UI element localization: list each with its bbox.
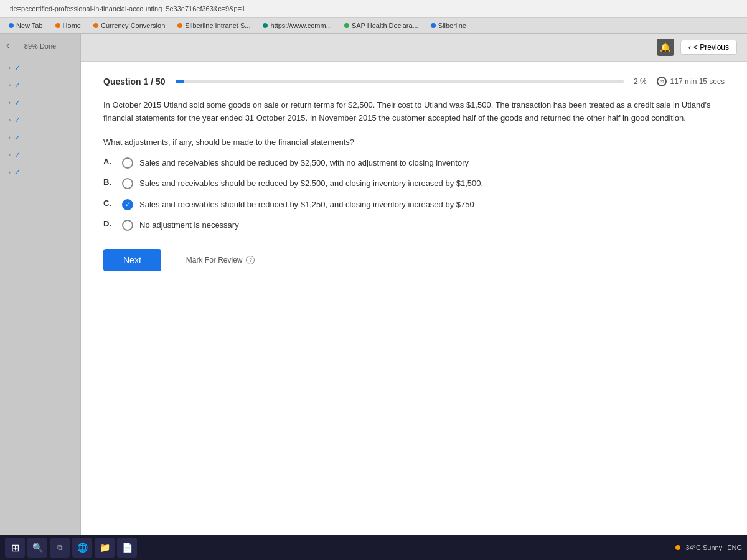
sidebar-item-3[interactable]: › ✓ [0,95,80,111]
option-d[interactable]: D. No adjustment is necessary [103,219,725,231]
mark-review-info-icon[interactable]: ? [246,256,255,264]
timer: ⏱ 117 min 15 secs [657,77,725,86]
option-b[interactable]: B. Sales and receivables should be reduc… [103,177,725,190]
option-text-d: No adjustment is necessary [139,219,725,231]
taskbar-status-dot [675,545,680,550]
chevron-icon-1: › [9,65,11,71]
options-list: A. Sales and receivables should be reduc… [103,157,725,231]
check-icon-1: ✓ [14,63,21,72]
previous-button[interactable]: ‹ < Previous [680,40,737,55]
sidebar-items-list: › ✓ › ✓ › ✓ › ✓ › ✓ › ✓ [0,60,80,180]
url-text: tle=pccertified-professional-in-financia… [6,4,249,14]
check-icon-6: ✓ [14,151,21,159]
option-text-c: Sales and receivables should be reduced … [139,198,725,211]
mark-review-label: Mark For Review [186,256,243,264]
tab-home[interactable]: Home [53,21,83,30]
taskbar-language: ENG [727,544,742,551]
tab-label-silberline-intranet: Silberline Intranet S... [185,22,250,29]
tab-currency[interactable]: Currency Conversion [91,21,167,30]
mark-review-checkbox[interactable] [174,256,182,264]
browser-icon: 🌐 [77,543,88,553]
sidebar-collapse-button[interactable]: ‹ [6,40,9,51]
tab-icon-silberline-intranet [177,23,182,28]
radio-a[interactable] [122,157,133,169]
progress-bar-container [176,80,624,83]
tab-https[interactable]: https://www.comm... [260,21,334,30]
notification-icon[interactable]: 🔔 [657,39,674,56]
sidebar-item-1[interactable]: › ✓ [0,60,80,76]
tab-icon-currency [93,23,98,28]
browser-url-bar: tle=pccertified-professional-in-financia… [0,0,747,18]
check-icon-3: ✓ [14,98,21,107]
taskbar: ⊞ 🔍 ⧉ 🌐 📁 📄 34°C Sunny ENG [0,535,747,560]
previous-button-label: < Previous [693,43,729,52]
action-bar: Next Mark For Review ? [103,249,725,271]
next-button[interactable]: Next [103,249,161,271]
taskbar-search-button[interactable]: 🔍 [27,538,47,558]
chevron-left-icon: ‹ [6,40,9,50]
option-label-b: B. [103,177,116,187]
taskbar-browser-icon[interactable]: 🌐 [72,538,92,558]
browser-tabs: New Tab Home Currency Conversion Silberl… [0,18,747,34]
option-label-c: C. [103,198,116,208]
check-icon-7: ✓ [14,168,21,177]
question-prompt: What adjustments, if any, should be made… [103,138,725,147]
sidebar-item-7[interactable]: › ✓ [0,164,80,180]
question-container: Question 1 / 50 2 % ⏱ 117 min 15 secs In… [81,62,747,539]
question-body: In October 2015 Utland sold some goods o… [103,99,725,125]
sidebar-item-2[interactable]: › ✓ [0,77,80,93]
tab-silberline[interactable]: Silberline [428,21,469,30]
content-topbar: 🔔 ‹ < Previous [81,34,747,62]
tab-label-silberline: Silberline [438,22,466,29]
content-area: 🔔 ‹ < Previous Question 1 / 50 2 % ⏱ 117… [81,34,747,558]
taskbar-pdf-icon[interactable]: 📄 [117,538,137,558]
chevron-icon-5: › [9,134,11,141]
option-a[interactable]: A. Sales and receivables should be reduc… [103,157,725,169]
radio-b[interactable] [122,178,133,189]
chevron-icon-2: › [9,82,11,88]
checkmark-icon: ✓ [125,200,131,208]
timer-icon: ⏱ [657,77,667,86]
tab-sap[interactable]: SAP Health Declara... [342,21,421,30]
tab-label-new-tab: New Tab [16,22,43,29]
option-c[interactable]: C. ✓ Sales and receivables should be red… [103,198,725,211]
chevron-left-icon-prev: ‹ [688,43,691,52]
tab-label-currency: Currency Conversion [101,22,165,29]
tab-icon-silberline [431,23,436,28]
sidebar: ‹ 89% Done › ✓ › ✓ › ✓ › ✓ › ✓ [0,34,81,558]
progress-bar-fill [176,80,184,83]
sidebar-item-5[interactable]: › ✓ [0,129,80,146]
option-label-a: A. [103,157,116,166]
tab-silberline-intranet[interactable]: Silberline Intranet S... [175,21,253,30]
radio-d[interactable] [122,220,133,231]
tab-label-https: https://www.comm... [270,22,331,29]
mark-for-review[interactable]: Mark For Review ? [174,256,255,264]
chevron-icon-4: › [9,117,11,123]
tab-icon-sap [344,23,349,28]
main-container: ‹ 89% Done › ✓ › ✓ › ✓ › ✓ › ✓ [0,34,747,558]
question-number: Question 1 / 50 [103,77,166,86]
taskbar-start-button[interactable]: ⊞ [5,538,25,558]
taskbar-file-icon[interactable]: 📁 [95,538,115,558]
check-icon-2: ✓ [14,81,21,90]
sidebar-item-6[interactable]: › ✓ [0,147,80,163]
taskbar-status: 34°C Sunny ENG [675,544,742,551]
option-text-a: Sales and receivables should be reduced … [139,157,725,169]
option-label-d: D. [103,219,116,228]
chevron-icon-6: › [9,152,11,158]
tab-label-sap: SAP Health Declara... [352,22,418,29]
taskbar-task-view[interactable]: ⧉ [50,538,70,558]
radio-c[interactable]: ✓ [122,199,133,210]
question-header: Question 1 / 50 2 % ⏱ 117 min 15 secs [103,77,725,86]
tab-new-tab[interactable]: New Tab [6,21,45,30]
option-text-b: Sales and receivables should be reduced … [139,177,725,190]
check-icon-5: ✓ [14,133,21,142]
chevron-icon-3: › [9,100,11,106]
check-icon-4: ✓ [14,116,21,124]
tab-icon-home [55,23,60,28]
sidebar-item-4[interactable]: › ✓ [0,112,80,128]
timer-label: 117 min 15 secs [670,77,725,86]
tab-label-home: Home [63,22,81,29]
bell-icon: 🔔 [660,42,670,52]
tab-icon-https [263,23,268,28]
